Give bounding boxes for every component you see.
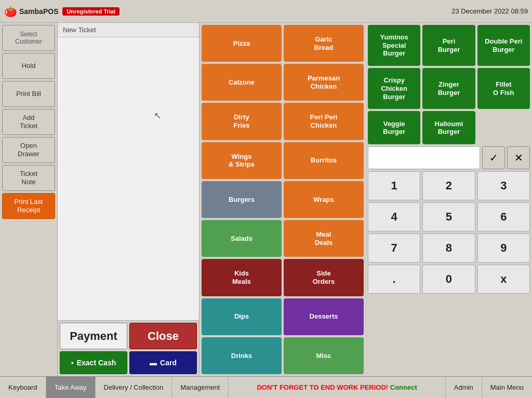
menu-item-13[interactable]: Side Orders — [284, 259, 364, 296]
burger-grid: Yuminos Special BurgerPeri BurgerDouble … — [368, 25, 530, 144]
numpad-grid: 123456789.0x — [368, 171, 530, 294]
menu-area: PizzaGaric BreadCalzoneParmesan ChickenD… — [200, 23, 366, 376]
menu-item-4[interactable]: Dirty Fries — [202, 103, 282, 140]
print-last-receipt-button[interactable]: Print Last Receipt — [2, 193, 55, 219]
numpad-key-4[interactable]: 4 — [368, 202, 420, 231]
numpad-key-5[interactable]: 5 — [422, 202, 475, 231]
numpad-key-7[interactable]: 7 — [368, 234, 420, 263]
numpad-key-2[interactable]: 2 — [422, 171, 475, 200]
burger-item-5[interactable]: Fillet O Fish — [477, 68, 530, 109]
menu-item-3[interactable]: Parmesan Chicken — [284, 64, 364, 101]
burger-item-1[interactable]: Peri Burger — [422, 25, 475, 66]
numpad-display — [368, 146, 480, 169]
numpad-key-1[interactable]: 1 — [368, 171, 420, 200]
sambapos-logo: 🍅 SambaPOS — [4, 5, 58, 18]
numpad-section: ✓ ✕ 123456789.0x — [368, 146, 530, 374]
action-row: Payment Close — [58, 320, 199, 351]
menu-item-2[interactable]: Calzone — [202, 64, 282, 101]
ticket-header: New Ticket — [58, 23, 199, 37]
menu-item-6[interactable]: Wings & Strips — [202, 142, 282, 179]
payment-button[interactable]: Payment — [60, 323, 127, 349]
print-bill-button[interactable]: Print Bill — [2, 81, 55, 107]
numpad-key-9[interactable]: 9 — [477, 234, 530, 263]
main-menu-tab[interactable]: Main Menu — [482, 377, 532, 398]
menu-item-14[interactable]: Dips — [202, 298, 282, 335]
numpad-key-6[interactable]: 6 — [477, 202, 530, 231]
unregistered-badge: Unregistered Trial — [62, 7, 119, 16]
left-panel: Select Customer Hold Print Bill Add Tick… — [0, 23, 57, 376]
numpad-key-0[interactable]: 0 — [422, 265, 475, 294]
status-text: DON'T FORGET TO END WORK PERIOD! Connect — [229, 383, 445, 391]
right-panel: Yuminos Special BurgerPeri BurgerDouble … — [366, 23, 532, 376]
card-label: Card — [160, 359, 177, 367]
brand-name: SambaPOS — [19, 7, 58, 16]
ticket-body: ↖ — [58, 37, 199, 320]
burger-item-3[interactable]: Crispy Chicken Burger — [368, 68, 420, 109]
menu-item-17[interactable]: Misc — [284, 337, 364, 374]
numpad-check-button[interactable]: ✓ — [482, 146, 505, 169]
numpad-cancel-button[interactable]: ✕ — [507, 146, 530, 169]
card-button[interactable]: ▬ Card — [129, 351, 197, 374]
menu-item-12[interactable]: Kids Meals — [202, 259, 282, 296]
cursor-indicator: ↖ — [154, 110, 162, 121]
cash-row: ▪ Exact Cash ▬ Card — [58, 351, 199, 376]
bottom-bar: Keyboard Take Away Delivery / Collection… — [0, 376, 532, 398]
hold-button[interactable]: Hold — [2, 53, 55, 79]
menu-item-5[interactable]: Peri Peri Chicken — [284, 103, 364, 140]
burger-item-7[interactable]: Halloumi Burger — [422, 111, 475, 144]
menu-item-16[interactable]: Drinks — [202, 337, 282, 374]
ticket-area: New Ticket ↖ Payment Close ▪ Exact Cash … — [57, 23, 200, 376]
topbar-left: 🍅 SambaPOS Unregistered Trial — [4, 5, 119, 18]
status-work-period: DON'T FORGET TO END WORK PERIOD! — [257, 383, 388, 391]
card-icon: ▬ — [150, 359, 157, 367]
delivery-collection-tab[interactable]: Delivery / Collection — [96, 377, 172, 398]
menu-item-8[interactable]: Burgers — [202, 181, 282, 218]
menu-grid: PizzaGaric BreadCalzoneParmesan ChickenD… — [202, 25, 364, 374]
take-away-tab[interactable]: Take Away — [46, 377, 96, 398]
open-drawer-button[interactable]: Open Drawer — [2, 137, 55, 163]
numpad-key-8[interactable]: 8 — [422, 234, 475, 263]
top-bar: 🍅 SambaPOS Unregistered Trial 23 Decembe… — [0, 0, 532, 23]
menu-item-15[interactable]: Desserts — [284, 298, 364, 335]
burger-item-4[interactable]: Zinger Burger — [422, 68, 475, 109]
admin-tab[interactable]: Admin — [445, 377, 482, 398]
sambapos-icon: 🍅 — [4, 5, 17, 18]
numpad-key-.[interactable]: . — [368, 265, 420, 294]
select-customer-button[interactable]: Select Customer — [2, 25, 55, 51]
add-ticket-button[interactable]: Add Ticket — [2, 109, 55, 135]
main-area: Select Customer Hold Print Bill Add Tick… — [0, 23, 532, 376]
menu-item-11[interactable]: Meal Deals — [284, 220, 364, 257]
cash-icon: ▪ — [71, 359, 74, 367]
numpad-input-row: ✓ ✕ — [368, 146, 530, 169]
exact-cash-button[interactable]: ▪ Exact Cash — [60, 351, 127, 374]
menu-item-10[interactable]: Salads — [202, 220, 282, 257]
numpad-key-x[interactable]: x — [477, 265, 530, 294]
menu-item-9[interactable]: Wraps — [284, 181, 364, 218]
menu-item-0[interactable]: Pizza — [202, 25, 282, 62]
datetime: 23 December 2022 08:59 — [451, 7, 528, 15]
burger-item-0[interactable]: Yuminos Special Burger — [368, 25, 420, 66]
keyboard-tab[interactable]: Keyboard — [0, 377, 46, 398]
status-connect: Connect — [390, 383, 417, 391]
menu-item-7[interactable]: Burritos — [284, 142, 364, 179]
management-tab[interactable]: Management — [172, 377, 229, 398]
burger-item-2[interactable]: Double Peri Burger — [477, 25, 530, 66]
menu-item-1[interactable]: Garic Bread — [284, 25, 364, 62]
burger-item-6[interactable]: Veggie Burger — [368, 111, 420, 144]
numpad-key-3[interactable]: 3 — [477, 171, 530, 200]
ticket-note-button[interactable]: Ticket Note — [2, 165, 55, 191]
close-button[interactable]: Close — [129, 323, 197, 349]
exact-cash-label: Exact Cash — [77, 359, 116, 367]
